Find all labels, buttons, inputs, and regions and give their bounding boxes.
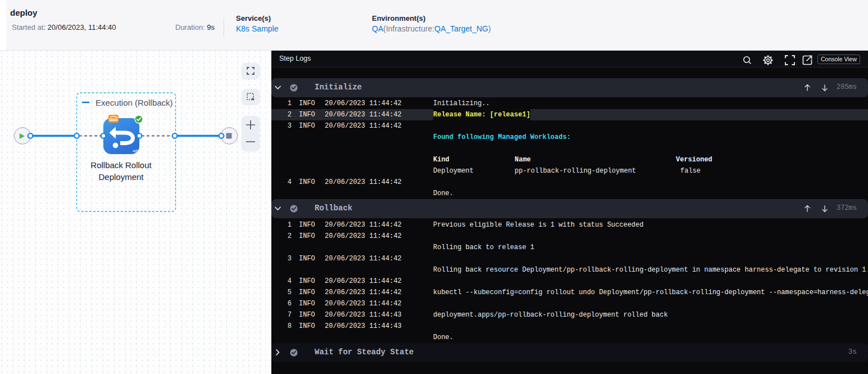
svg-text:</>: </>	[133, 148, 139, 154]
